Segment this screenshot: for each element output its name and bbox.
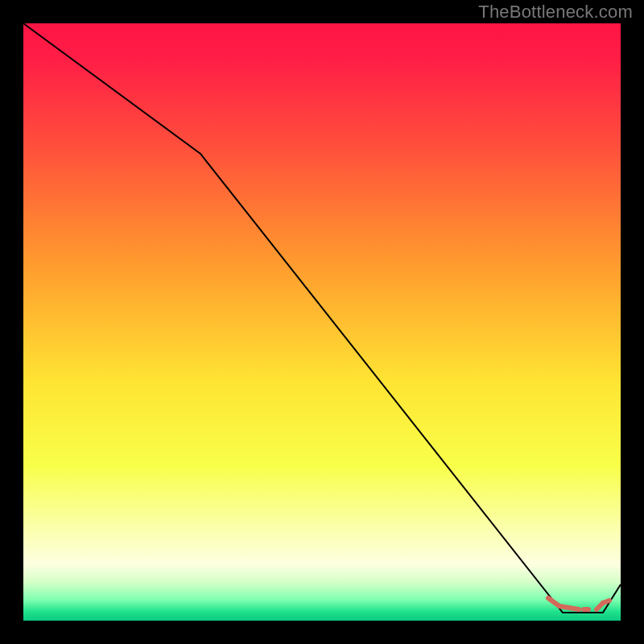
trough-dashes <box>548 598 609 609</box>
bottleneck-curve <box>23 23 621 613</box>
svg-line-2 <box>559 606 579 609</box>
watermark-text: TheBottleneck.com <box>478 2 633 23</box>
chart-svg <box>23 23 621 621</box>
chart-frame: TheBottleneck.com <box>0 0 644 644</box>
plot-area <box>23 23 621 621</box>
svg-line-5 <box>603 601 609 603</box>
